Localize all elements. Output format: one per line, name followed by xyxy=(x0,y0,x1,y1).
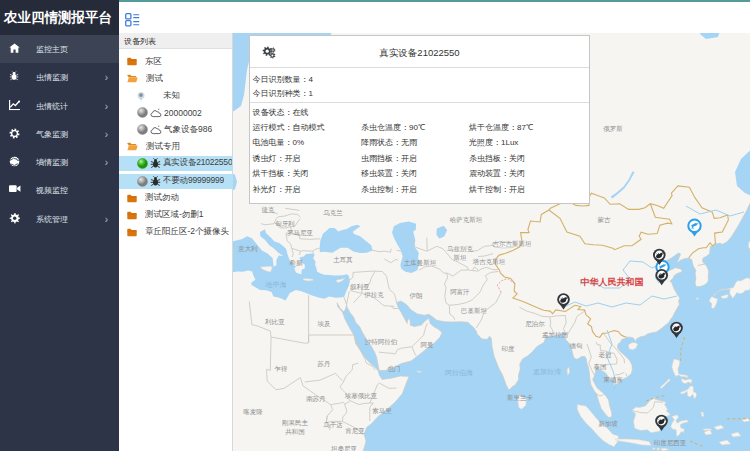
svg-text:柬埔寨: 柬埔寨 xyxy=(603,376,623,383)
svg-text:缅甸: 缅甸 xyxy=(570,342,583,349)
svg-text:阿富汗: 阿富汗 xyxy=(450,288,470,296)
svg-text:地中海: 地中海 xyxy=(265,281,287,289)
svg-text:印度: 印度 xyxy=(502,345,516,353)
svg-text:新加坡: 新加坡 xyxy=(598,420,618,427)
svg-text:也门: 也门 xyxy=(388,365,401,372)
svg-text:乌克兰: 乌克兰 xyxy=(323,209,343,217)
svg-text:乌兹别克: 乌兹别克 xyxy=(447,245,474,253)
svg-text:乍得: 乍得 xyxy=(274,365,289,373)
svg-text:斯坦: 斯坦 xyxy=(454,254,468,261)
svg-text:匈牙利: 匈牙利 xyxy=(275,220,295,227)
svg-text:巴基斯坦: 巴基斯坦 xyxy=(461,307,488,314)
svg-text:阿曼: 阿曼 xyxy=(421,341,435,349)
svg-text:土库曼斯坦: 土库曼斯坦 xyxy=(404,259,437,267)
svg-text:泰国: 泰国 xyxy=(594,363,607,371)
svg-text:叙利亚: 叙利亚 xyxy=(349,283,370,291)
svg-text:苏丹: 苏丹 xyxy=(317,360,332,368)
svg-text:俄罗斯: 俄罗斯 xyxy=(603,125,623,133)
svg-text:南苏丹: 南苏丹 xyxy=(306,395,326,403)
svg-text:伊朗: 伊朗 xyxy=(410,292,423,300)
svg-text:刚果民主: 刚果民主 xyxy=(282,419,309,427)
svg-text:中华人民共和国: 中华人民共和国 xyxy=(581,277,644,287)
svg-text:捷克: 捷克 xyxy=(262,206,276,214)
svg-text:肯尼亚: 肯尼亚 xyxy=(345,427,365,434)
svg-text:阿拉伯海: 阿拉伯海 xyxy=(445,369,473,377)
svg-text:意大利: 意大利 xyxy=(237,245,258,252)
svg-text:塔吉克斯坦: 塔吉克斯坦 xyxy=(472,258,506,266)
svg-text:尼泊尔: 尼泊尔 xyxy=(525,320,545,328)
svg-text:孟加拉国: 孟加拉国 xyxy=(542,331,568,338)
svg-text:乌干达: 乌干达 xyxy=(323,421,343,429)
svg-text:吉尔吉斯斯坦: 吉尔吉斯斯坦 xyxy=(493,240,533,248)
svg-text:埃塞俄比亚: 埃塞俄比亚 xyxy=(344,392,378,400)
svg-text:哈萨克斯坦: 哈萨克斯坦 xyxy=(450,216,483,224)
svg-text:土耳其: 土耳其 xyxy=(333,256,353,264)
svg-text:罗马尼亚: 罗马尼亚 xyxy=(287,229,314,237)
svg-text:斯里兰卡: 斯里兰卡 xyxy=(507,394,534,401)
svg-text:印度尼西亚: 印度尼西亚 xyxy=(654,439,687,447)
svg-text:希腊: 希腊 xyxy=(290,259,304,266)
svg-text:伊拉克: 伊拉克 xyxy=(364,291,384,299)
svg-text:利比亚: 利比亚 xyxy=(264,318,285,325)
svg-text:老挝: 老挝 xyxy=(599,351,613,359)
svg-text:孟加拉湾: 孟加拉湾 xyxy=(533,368,561,376)
svg-text:索马里: 索马里 xyxy=(372,407,392,414)
svg-text:喀麦隆: 喀麦隆 xyxy=(243,408,263,416)
svg-text:蒙古: 蒙古 xyxy=(598,216,612,224)
svg-text:埃及: 埃及 xyxy=(317,320,332,327)
svg-text:共和国: 共和国 xyxy=(285,428,305,436)
svg-text:沙特阿拉伯: 沙特阿拉伯 xyxy=(365,338,398,346)
svg-text:坦桑尼亚: 坦桑尼亚 xyxy=(330,445,358,451)
